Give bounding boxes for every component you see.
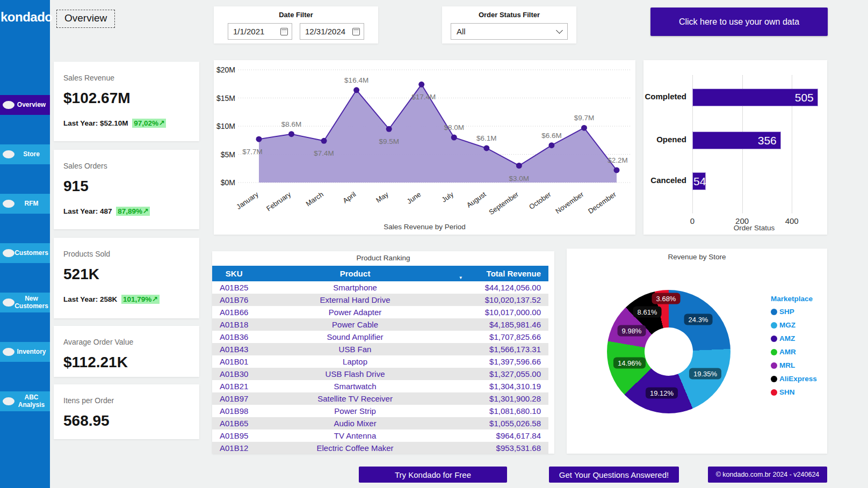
sku-cell: A01B76 [212, 294, 256, 306]
date-filter-title: Date Filter [214, 6, 378, 19]
product-cell: Smartphone [256, 281, 454, 294]
revenue-cell: $44,124,056.00 [454, 281, 548, 294]
table-row[interactable]: A01B66Power Adapter$10,017,000.00 [212, 306, 548, 318]
table-row[interactable]: A01B30USB Flash Drive$1,327,055.00 [212, 368, 548, 380]
column-header-sku[interactable]: SKU [212, 266, 256, 281]
svg-text:$9.5M: $9.5M [379, 137, 399, 145]
sales-revenue-chart-card: $0M$5M$10M$15M$20M$7.7M$8.6M$7.4M$16.4M$… [214, 60, 635, 235]
nav-bullet-icon [3, 200, 15, 208]
trend-up-icon: ↗ [151, 295, 157, 303]
sidebar-item-rfm[interactable]: RFM [0, 194, 50, 214]
revenue-cell: $1,301,900.28 [454, 392, 548, 405]
legend-dot-icon [771, 322, 777, 329]
table-row[interactable]: A01B95TV Antenna$964,617.84 [212, 429, 548, 442]
sku-cell: A01B66 [212, 306, 256, 318]
nav-bullet-icon [3, 298, 15, 307]
product-cell: Power Strip [256, 405, 454, 417]
sidebar-item-abc-analysis[interactable]: ABC Analysis [0, 391, 50, 411]
revenue-cell: $1,304,310.19 [454, 380, 548, 392]
revenue-cell: $953,531.68 [454, 442, 548, 454]
sidebar-item-label: New Customers [15, 295, 50, 310]
nav-bullet-icon [3, 348, 15, 356]
bar-value-label: 505 [795, 91, 814, 104]
sku-cell: A01B25 [212, 281, 256, 294]
kpi-last-year: Last Year: $52.10M 97,02%↗ [63, 119, 199, 127]
kpi-title: Sales Revenue [63, 74, 199, 82]
table-row[interactable]: A01B43USB Fan$1,566,173.31 [212, 343, 548, 355]
legend-item-shp[interactable]: SHP [771, 308, 817, 316]
order-status-filter-card: Order Status Filter All [442, 6, 576, 43]
sidebar-item-new-customers[interactable]: New Customers [0, 293, 50, 312]
revenue-cell: $1,055,026.58 [454, 417, 548, 429]
pie-slice-label-aliexpress: 8.61% [633, 307, 662, 318]
table-row[interactable]: A01B36Sound Amplifier$1,707,825.66 [212, 331, 548, 343]
nav-bullet-icon [3, 249, 15, 257]
sidebar-item-inventory[interactable]: Inventory [0, 342, 50, 362]
svg-text:$16.4M: $16.4M [344, 76, 368, 84]
svg-text:April: April [341, 190, 357, 205]
svg-text:$8.0M: $8.0M [444, 123, 465, 132]
date-end-input[interactable]: 12/31/2024 [300, 23, 364, 40]
svg-text:$2.2M: $2.2M [607, 156, 628, 164]
calendar-icon[interactable] [352, 28, 360, 35]
table-row[interactable]: A01B98Power Strip$1,081,680.10 [212, 405, 548, 417]
bar-opened[interactable]: 356 [692, 132, 781, 149]
sku-cell: A01B43 [212, 343, 256, 355]
svg-text:May: May [374, 190, 390, 205]
sku-cell: A01B12 [212, 442, 256, 454]
pie-slice-label-amz: 19.12% [646, 388, 678, 399]
date-end-value: 12/31/2024 [305, 27, 345, 36]
product-cell: Electric Coffee Maker [256, 442, 454, 454]
kpi-title: Avarage Order Value [63, 338, 199, 346]
sidebar-item-overview[interactable]: Overview [0, 95, 50, 115]
table-row[interactable]: A01B97Satellite TV Receiver$1,301,900.28 [212, 392, 548, 405]
table-row[interactable]: A01B01Laptop$1,397,596.66 [212, 355, 548, 368]
area-chart[interactable]: $0M$5M$10M$15M$20M$7.7M$8.6M$7.4M$16.4M$… [214, 60, 635, 223]
sidebar-item-customers[interactable]: Customers [0, 243, 50, 263]
use-own-data-button[interactable]: Click here to use your own data [650, 8, 828, 36]
legend-item-aliexpress[interactable]: AliExpress [771, 375, 817, 383]
product-cell: USB Fan [256, 343, 454, 355]
nav-bullet-icon [3, 150, 15, 158]
legend-item-mgz[interactable]: MGZ [771, 321, 817, 329]
sidebar-item-store[interactable]: Store [0, 144, 50, 164]
date-start-input[interactable]: 1/1/2021 [228, 23, 292, 40]
bar-completed[interactable]: 505 [692, 89, 818, 106]
table-row[interactable]: A01B18Power Cable$4,185,981.46 [212, 318, 548, 331]
table-row[interactable]: A01B76External Hard Drive$10,020,137.52 [212, 294, 548, 306]
product-cell: External Hard Drive [256, 294, 454, 306]
copyright-link[interactable]: © kondado.com.br 2024 - v240624 [708, 467, 827, 483]
table-row[interactable]: A01B21Smartwatch$1,304,310.19 [212, 380, 548, 392]
legend-item-amr[interactable]: AMR [771, 348, 817, 356]
get-questions-button[interactable]: Get Your Questions Answered! [549, 467, 679, 483]
sku-cell: A01B98 [212, 405, 256, 417]
legend-item-label: AMZ [779, 334, 795, 343]
table-row[interactable]: A01B12Electric Coffee Maker$953,531.68 [212, 442, 548, 454]
legend-item-amz[interactable]: AMZ [771, 334, 817, 343]
legend-item-shn[interactable]: SHN [771, 388, 817, 396]
kpi-last-year: Last Year: 487 87,89%↗ [63, 207, 199, 215]
product-cell: Laptop [256, 355, 454, 368]
nav-bullet-icon [3, 397, 15, 405]
table-row[interactable]: A01B25Smartphone$44,124,056.00 [212, 281, 548, 294]
pie-slice-label-amr: 14.96% [613, 358, 646, 369]
legend-dot-icon [771, 376, 777, 382]
table-row[interactable]: A01B65Audio Mixer$1,055,026.58 [212, 417, 548, 429]
trend-up-icon: ↗ [158, 119, 164, 127]
pie-slice-label-shn: 3.68% [652, 293, 681, 304]
column-header-product[interactable]: Product [256, 266, 454, 281]
order-status-chart-card: Completed505Opened356Canceled540200400 O… [643, 60, 827, 235]
order-status-dropdown[interactable]: All [451, 23, 568, 40]
calendar-icon[interactable] [280, 28, 288, 35]
bar-canceled[interactable]: 54 [692, 172, 706, 190]
legend-item-mrl[interactable]: MRL [771, 361, 817, 369]
kpi-value: $112.21K [63, 354, 199, 371]
svg-text:October: October [527, 190, 553, 211]
column-header-total-revenue[interactable]: Total Revenue▼ [454, 266, 548, 281]
sku-cell: A01B97 [212, 392, 256, 405]
legend-dot-icon [771, 389, 777, 396]
try-kondado-button[interactable]: Try Kondado for Free [359, 467, 507, 483]
kpi-delta-badge: 101,79%↗ [121, 295, 160, 304]
revenue-cell: $964,617.84 [454, 429, 548, 442]
sku-cell: A01B01 [212, 355, 256, 368]
